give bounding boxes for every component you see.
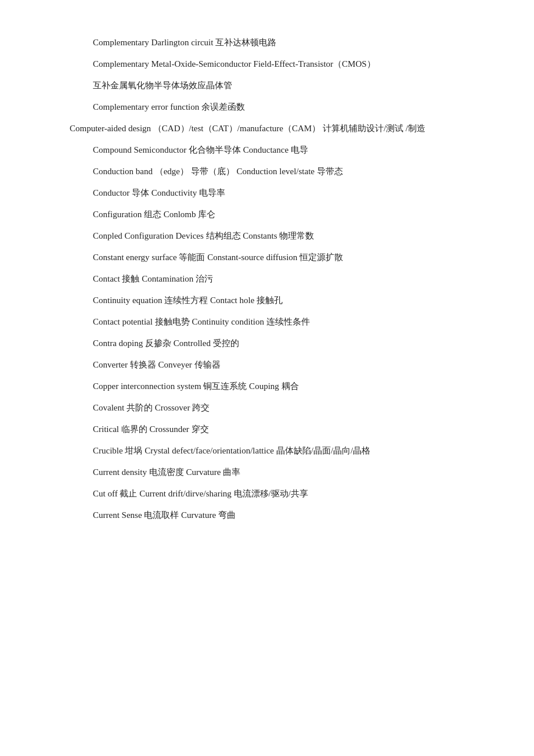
entry-item: Contact potential 接触电势 Continuity condit… <box>70 314 488 330</box>
entry-item: Configuration 组态 Conlomb 库仑 <box>70 207 488 222</box>
entry-text: Constant energy surface 等能面 Constant-sou… <box>70 250 488 265</box>
entry-item: Conductor 导体 Conductivity 电导率 <box>70 185 488 201</box>
entry-text: Contact potential 接触电势 Continuity condit… <box>70 314 488 330</box>
entry-text: 互补金属氧化物半导体场效应晶体管 <box>70 78 488 93</box>
entry-item: Covalent 共阶的 Crossover 跨交 <box>70 400 488 416</box>
entry-text: Converter 转换器 Conveyer 传输器 <box>70 357 488 373</box>
entry-item: Conduction band （edge） 导带（底） Conduction … <box>70 164 488 179</box>
entry-item: Cut off 截止 Current drift/dirve/sharing 电… <box>70 486 488 502</box>
entry-item: Computer-aided design （CAD）/test（CAT）/ma… <box>70 121 488 136</box>
entry-text: Covalent 共阶的 Crossover 跨交 <box>70 400 488 416</box>
entry-text: Computer-aided design （CAD）/test（CAT）/ma… <box>70 121 488 136</box>
entry-item: Compound Semiconductor 化合物半导体 Conductanc… <box>70 142 488 158</box>
entry-item: Current density 电流密度 Curvature 曲率 <box>70 465 488 480</box>
entry-item: Complementary Darlington circuit 互补达林顿电路 <box>70 35 488 51</box>
entry-text: Continuity equation 连续性方程 Contact hole 接… <box>70 293 488 308</box>
entry-text: Compound Semiconductor 化合物半导体 Conductanc… <box>70 142 488 158</box>
entry-text: Crucible 坩埚 Crystal defect/face/orientat… <box>70 443 488 459</box>
entry-item: Contra doping 反掺杂 Controlled 受控的 <box>70 336 488 351</box>
entry-item: Complementary Metal-Oxide-Semiconductor … <box>70 56 488 72</box>
entry-item: Copper interconnection system 铜互连系统 Coup… <box>70 379 488 394</box>
entry-text: Cut off 截止 Current drift/dirve/sharing 电… <box>70 486 488 502</box>
entry-text: Complementary Metal-Oxide-Semiconductor … <box>70 56 488 72</box>
entry-text: Complementary Darlington circuit 互补达林顿电路 <box>70 35 488 51</box>
entry-item: 互补金属氧化物半导体场效应晶体管 <box>70 78 488 93</box>
entry-text: Copper interconnection system 铜互连系统 Coup… <box>70 379 488 394</box>
entry-text: Conductor 导体 Conductivity 电导率 <box>70 185 488 201</box>
entry-item: Critical 临界的 Crossunder 穿交 <box>70 422 488 437</box>
entry-text: Critical 临界的 Crossunder 穿交 <box>70 422 488 437</box>
entry-item: Crucible 坩埚 Crystal defect/face/orientat… <box>70 443 488 459</box>
entry-text: Complementary error function 余误差函数 <box>70 99 488 115</box>
entry-text: Contact 接触 Contamination 治污 <box>70 271 488 287</box>
entry-item: Continuity equation 连续性方程 Contact hole 接… <box>70 293 488 308</box>
entry-text: Contra doping 反掺杂 Controlled 受控的 <box>70 336 488 351</box>
entry-text: Current density 电流密度 Curvature 曲率 <box>70 465 488 480</box>
entry-text: Configuration 组态 Conlomb 库仑 <box>70 207 488 222</box>
entry-item: Converter 转换器 Conveyer 传输器 <box>70 357 488 373</box>
entry-text: Current Sense 电流取样 Curvature 弯曲 <box>70 507 488 523</box>
entry-text: Conpled Configuration Devices 结构组态 Const… <box>70 228 488 244</box>
entry-item: Conpled Configuration Devices 结构组态 Const… <box>70 228 488 244</box>
entry-text: Conduction band （edge） 导带（底） Conduction … <box>70 164 488 179</box>
entry-item: Complementary error function 余误差函数 <box>70 99 488 115</box>
entry-item: Constant energy surface 等能面 Constant-sou… <box>70 250 488 265</box>
main-content: Complementary Darlington circuit 互补达林顿电路… <box>70 35 488 523</box>
entry-item: Current Sense 电流取样 Curvature 弯曲 <box>70 507 488 523</box>
entry-item: Contact 接触 Contamination 治污 <box>70 271 488 287</box>
